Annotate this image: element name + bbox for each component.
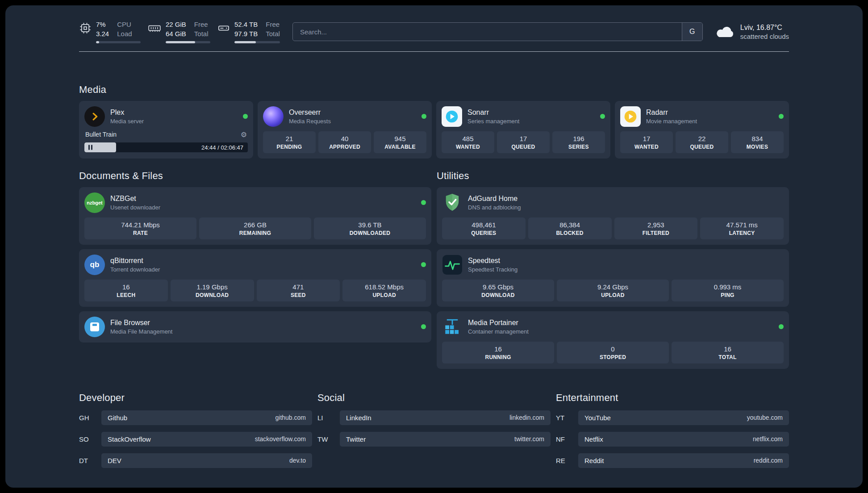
bookmark-name: YouTube [584, 414, 611, 422]
app-card-radarr[interactable]: Radarr Movie management 17 WANTED 22 QUE… [615, 101, 789, 159]
cloud-icon [715, 25, 735, 39]
stat-label: LATENCY [702, 230, 782, 236]
stat-label: APPROVED [320, 144, 369, 150]
stat-total: 16 TOTAL [672, 342, 784, 363]
stat-downloaded: 39.6 TB DOWNLOADED [314, 217, 426, 239]
bookmark-url: youtube.com [747, 414, 783, 421]
stat-value: 21 [265, 135, 314, 142]
cpu-label-top: CPU [117, 21, 132, 29]
stat-download: 1.19 Gbps DOWNLOAD [171, 280, 254, 301]
stat-value: 22 [677, 135, 726, 142]
qbittorrent-monogram: qb [90, 260, 100, 269]
stat-label: PENDING [265, 144, 314, 150]
stat-label: WANTED [443, 144, 492, 150]
stat-value: 485 [443, 135, 492, 142]
stat-label: WANTED [622, 144, 671, 150]
app-desc: Movie management [646, 118, 697, 125]
stat-wanted: 485 WANTED [442, 131, 494, 153]
disk-total-value: 97.9 TB [234, 30, 258, 38]
gear-icon[interactable]: ⚙ [241, 130, 247, 139]
app-card-nzbget[interactable]: nzbget NZBGet Usenet downloader 744.21 M… [79, 187, 431, 245]
bookmark-youtube[interactable]: YT YouTube youtube.com [556, 410, 789, 425]
section-heading-entertainment: Entertainment [556, 392, 789, 404]
weather-condition: scattered clouds [740, 33, 789, 40]
status-online-dot [779, 114, 784, 119]
bookmark-name: DEV [108, 457, 121, 464]
app-card-filebrowser[interactable]: File Browser Media File Management [79, 311, 431, 343]
search-input[interactable] [293, 23, 682, 41]
app-name: AdGuard Home [468, 195, 521, 203]
app-card-sonarr[interactable]: Sonarr Series management 485 WANTED 17 Q… [436, 101, 610, 159]
app-desc: Container management [468, 328, 529, 335]
status-online-dot [421, 200, 426, 205]
stat-label: TOTAL [673, 354, 782, 360]
cpu-icon [79, 22, 92, 34]
weather-widget: Lviv, 16.87°C scattered clouds [715, 24, 789, 40]
bookmarks-developer: Developer GH Github github.com SO StackO… [79, 392, 312, 468]
app-card-speedtest[interactable]: Speedtest Speedtest Tracking 9.65 Gbps D… [437, 249, 789, 307]
adguard-icon [442, 192, 463, 213]
section-heading-media: Media [79, 84, 789, 96]
stat-label: LEECH [86, 292, 166, 298]
now-playing-title: Bullet Train [85, 131, 117, 138]
playback-progress-bar[interactable]: 24:44 / 02:06:47 [84, 142, 248, 152]
stat-running: 16 RUNNING [442, 342, 554, 363]
cpu-label-bottom: Load [117, 30, 132, 38]
stat-label: REMAINING [201, 230, 309, 236]
status-online-dot [779, 324, 784, 329]
app-name: Media Portainer [468, 319, 529, 327]
bookmark-abbr: DT [79, 457, 101, 464]
bookmark-name: Netflix [584, 435, 603, 443]
documents-column: Documents & Files nzbget NZBGet Usenet d… [79, 170, 431, 343]
ram-label-top: Free [194, 21, 209, 29]
stat-value: 16 [673, 345, 782, 353]
stat-wanted: 17 WANTED [620, 131, 673, 153]
stat-rate: 744.21 Mbps RATE [84, 217, 196, 239]
bookmark-dev[interactable]: DT DEV dev.to [79, 453, 312, 468]
stat-filtered: 2,953 FILTERED [614, 217, 698, 239]
ram-icon [148, 22, 161, 34]
plex-icon [84, 106, 105, 127]
bookmark-name: StackOverflow [108, 435, 151, 443]
stat-seed: 471 SEED [257, 280, 340, 301]
app-card-portainer[interactable]: Media Portainer Container management 16 … [437, 311, 789, 369]
stat-value: 17 [622, 135, 671, 142]
bookmark-stackoverflow[interactable]: SO StackOverflow stackoverflow.com [79, 432, 312, 447]
stat-value: 834 [733, 135, 782, 142]
bookmark-netflix[interactable]: NF Netflix netflix.com [556, 432, 789, 447]
ram-progress-bar [166, 41, 210, 43]
app-name: Radarr [646, 109, 697, 117]
portainer-icon [442, 317, 463, 337]
disk-icon [217, 22, 230, 34]
bookmark-github[interactable]: GH Github github.com [79, 410, 312, 425]
app-card-plex[interactable]: Plex Media server Bullet Train ⚙ 24:44 /… [79, 101, 253, 159]
top-bar: 7% 3.24 CPU Load [79, 21, 789, 43]
bookmark-abbr: TW [317, 435, 340, 443]
section-heading-utilities: Utilities [437, 170, 789, 182]
app-name: Plex [110, 109, 144, 117]
bookmark-linkedin[interactable]: LI LinkedIn linkedin.com [317, 410, 551, 425]
bookmark-reddit[interactable]: RE Reddit reddit.com [556, 453, 789, 468]
stat-value: 196 [554, 135, 603, 142]
stat-label: DOWNLOAD [444, 292, 552, 298]
stat-label: QUEUED [677, 144, 726, 150]
stat-value: 9.65 Gbps [444, 283, 552, 291]
app-name: NZBGet [110, 195, 160, 203]
status-online-dot [421, 262, 426, 267]
app-card-qbittorrent[interactable]: qb qBittorrent Torrent downloader 16 [79, 249, 431, 307]
bookmark-twitter[interactable]: TW Twitter twitter.com [317, 432, 551, 447]
bookmark-url: linkedin.com [509, 414, 544, 421]
pause-icon[interactable] [88, 145, 92, 150]
bookmark-url: netflix.com [753, 435, 783, 443]
stat-value: 39.6 TB [316, 221, 424, 229]
app-card-overseerr[interactable]: Overseerr Media Requests 21 PENDING 40 A… [258, 101, 432, 159]
topbar-divider [79, 51, 789, 52]
app-card-adguard[interactable]: AdGuard Home DNS and adblocking 498,461 … [437, 187, 789, 245]
stat-queued: 22 QUEUED [676, 131, 728, 153]
search-engine-button[interactable]: G [682, 23, 702, 41]
bookmark-abbr: RE [556, 457, 578, 464]
qbittorrent-icon: qb [84, 255, 105, 275]
disk-progress-bar [234, 41, 280, 43]
bookmarks-entertainment: Entertainment YT YouTube youtube.com NF … [556, 392, 789, 468]
stat-label: UPLOAD [344, 292, 424, 298]
